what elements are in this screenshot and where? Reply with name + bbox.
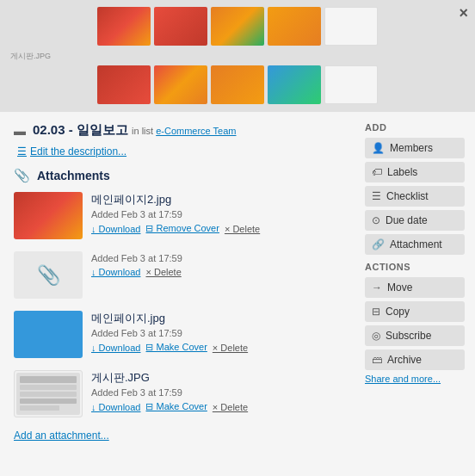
- delete-link-4[interactable]: × Delete: [213, 402, 248, 412]
- archive-icon: 🗃: [372, 354, 382, 366]
- archive-button[interactable]: 🗃 Archive: [365, 349, 465, 370]
- list-link[interactable]: e-Commerce Team: [156, 126, 236, 136]
- thumb-5: [324, 7, 378, 46]
- thumb-sm-5: [324, 65, 378, 104]
- make-cover-link-3[interactable]: ⊟ Make Cover: [145, 342, 207, 353]
- make-cover-link-4[interactable]: ⊟ Make Cover: [145, 401, 207, 412]
- attachment-date: Added Feb 3 at 17:59: [91, 387, 341, 398]
- attachment-thumb-1: [14, 192, 83, 239]
- attachment-thumb-3: [14, 311, 83, 358]
- thumb-sm-3: [211, 65, 264, 104]
- attachment-date: Added Feb 3 at 17:59: [91, 253, 341, 263]
- delete-link-1[interactable]: × Delete: [225, 224, 260, 234]
- modal-header: 게시판.JPG ×: [0, 0, 475, 112]
- download-link-4[interactable]: ↓ Download: [91, 402, 140, 412]
- card-type-icon: ▬: [14, 124, 26, 138]
- modal-container: 게시판.JPG × ▬ 02.03 - 일일보고 in list e-Comme…: [0, 0, 475, 476]
- thumb-sm-2: [154, 65, 207, 104]
- attachment-name: 메인페이지.jpg: [91, 311, 341, 326]
- attachment-info-1: 메인페이지2.jpg Added Feb 3 at 17:59 ↓ Downlo…: [91, 192, 341, 234]
- attachment-info-4: 게시판.JPG Added Feb 3 at 17:59 ↓ Download …: [91, 370, 341, 412]
- delete-link-2[interactable]: × Delete: [145, 267, 181, 277]
- attachment-thumb-2: 📎: [14, 251, 83, 299]
- share-link[interactable]: Share and more...: [365, 374, 465, 384]
- attachment-icon: 🔗: [372, 238, 385, 250]
- download-link-2[interactable]: ↓ Download: [91, 267, 140, 277]
- add-section-title: Add: [365, 122, 465, 133]
- attachment-item: 게시판.JPG Added Feb 3 at 17:59 ↓ Download …: [14, 370, 341, 417]
- copy-icon: ⊟: [372, 306, 380, 318]
- attachment-info-3: 메인페이지.jpg Added Feb 3 at 17:59 ↓ Downloa…: [91, 311, 341, 353]
- card-title: 02.03 - 일일보고 in list e-Commerce Team: [33, 122, 237, 139]
- thumb-2: [154, 7, 207, 46]
- attachment-button[interactable]: 🔗 Attachment: [365, 234, 465, 255]
- attachment-thumb-4: [14, 370, 83, 417]
- edit-description-link[interactable]: ☰ Edit the description...: [17, 145, 341, 158]
- attachment-item: 메인페이지.jpg Added Feb 3 at 17:59 ↓ Downloa…: [14, 311, 341, 358]
- remove-cover-link-1[interactable]: ⊟ Remove Cover: [145, 223, 219, 234]
- delete-link-3[interactable]: × Delete: [213, 343, 248, 353]
- image-grid-row2: [0, 62, 475, 104]
- paperclip-icon: 📎: [37, 264, 60, 287]
- attachment-date: Added Feb 3 at 17:59: [91, 328, 341, 338]
- header-label: 게시판.JPG: [0, 47, 475, 62]
- sidebar: Add 👤 Members 🏷 Labels ☰ Checklist ⊙ Due…: [355, 112, 475, 476]
- download-link-1[interactable]: ↓ Download: [91, 224, 140, 234]
- download-link-3[interactable]: ↓ Download: [91, 343, 140, 353]
- attachment-actions: ↓ Download ⊟ Make Cover × Delete: [91, 342, 341, 353]
- close-button[interactable]: ×: [459, 5, 468, 21]
- members-icon: 👤: [372, 142, 385, 154]
- attachment-info-2: Added Feb 3 at 17:59 ↓ Download × Delete: [91, 251, 341, 277]
- attachment-item: 메인페이지2.jpg Added Feb 3 at 17:59 ↓ Downlo…: [14, 192, 341, 239]
- subscribe-button[interactable]: ◎ Subscribe: [365, 325, 465, 346]
- attachment-name: 메인페이지2.jpg: [91, 192, 341, 207]
- thumb-sm-1: [97, 65, 151, 104]
- attachment-actions: ↓ Download ⊟ Make Cover × Delete: [91, 401, 341, 412]
- modal-body: ▬ 02.03 - 일일보고 in list e-Commerce Team ☰…: [0, 112, 475, 476]
- attachment-item: 📎 Added Feb 3 at 17:59 ↓ Download × Dele…: [14, 251, 341, 299]
- main-content: ▬ 02.03 - 일일보고 in list e-Commerce Team ☰…: [0, 112, 355, 476]
- labels-button[interactable]: 🏷 Labels: [365, 162, 465, 182]
- due-date-button[interactable]: ⊙ Due date: [365, 210, 465, 231]
- copy-button[interactable]: ⊟ Copy: [365, 301, 465, 322]
- card-title-row: ▬ 02.03 - 일일보고 in list e-Commerce Team: [14, 122, 341, 139]
- labels-icon: 🏷: [372, 166, 382, 178]
- attachment-section-icon: 📎: [14, 168, 30, 183]
- actions-section-title: Actions: [365, 262, 465, 272]
- checklist-icon: ☰: [372, 190, 381, 202]
- attachments-title: Attachments: [37, 169, 110, 182]
- thumb-1: [97, 7, 151, 46]
- thumb-sm-4: [268, 65, 321, 104]
- thumb-4: [268, 7, 321, 46]
- attachment-actions: ↓ Download × Delete: [91, 267, 341, 277]
- image-grid-row1: [0, 0, 475, 46]
- edit-icon: ☰: [17, 145, 27, 158]
- attachments-section-header: 📎 Attachments: [14, 168, 341, 183]
- move-icon: →: [372, 281, 382, 294]
- add-attachment-link[interactable]: Add an attachment...: [14, 430, 341, 442]
- checklist-button[interactable]: ☰ Checklist: [365, 186, 465, 207]
- due-date-icon: ⊙: [372, 214, 380, 226]
- move-button[interactable]: → Move: [365, 277, 465, 298]
- attachment-date: Added Feb 3 at 17:59: [91, 209, 341, 219]
- subscribe-icon: ◎: [372, 330, 380, 342]
- attachment-actions: ↓ Download ⊟ Remove Cover × Delete: [91, 223, 341, 234]
- attachment-name: 게시판.JPG: [91, 370, 341, 386]
- thumb-3: [211, 7, 264, 46]
- members-button[interactable]: 👤 Members: [365, 138, 465, 158]
